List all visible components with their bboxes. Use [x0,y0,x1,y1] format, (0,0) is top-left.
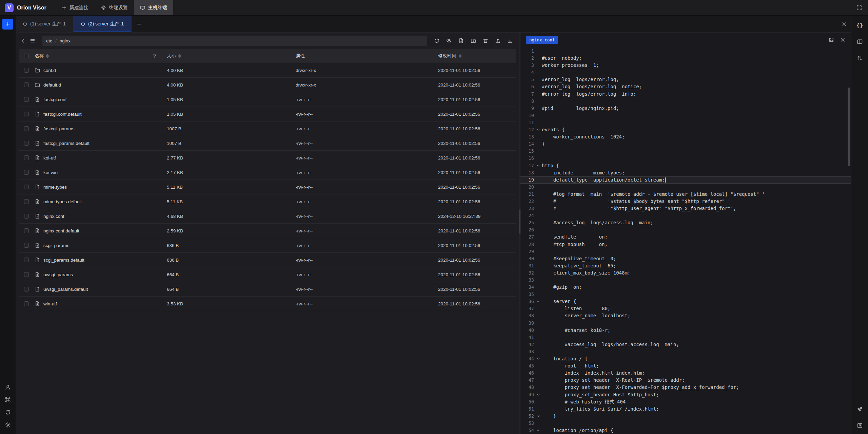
file-row[interactable]: koi-win2.17 KB-rw-r--r--2020-11-01 10:02… [19,165,516,180]
code-line[interactable]: 26 [520,226,851,233]
code-line[interactable]: 2#user nobody; [520,55,851,62]
file-row[interactable]: fastcgi.conf.default1.05 KB-rw-r--r--202… [19,107,516,121]
code-line[interactable]: 10 [520,112,851,119]
file-row[interactable]: conf.d4.00 KBdrwxr-xr-x2020-11-01 10:02:… [19,63,516,78]
user-profile-icon[interactable] [5,384,11,390]
code-line[interactable]: 38 server_name localhost; [520,312,851,319]
row-checkbox[interactable] [24,185,29,189]
file-name-cell[interactable]: fastcgi.conf.default [35,111,167,117]
code-line[interactable]: 31 keepalive_timeout 65; [520,262,851,269]
code-line[interactable]: 9#pid logs/nginx.pid; [520,105,851,112]
terminal-tab[interactable]: (1) server-生产-1 [16,16,74,32]
fold-toggle-icon[interactable] [535,126,542,133]
code-line[interactable]: 42 #access_log logs/host.access.log main… [520,341,851,348]
code-line[interactable]: 14} [520,140,851,148]
column-header-attr[interactable]: 属性 [296,53,438,59]
fold-toggle-icon[interactable] [535,391,542,398]
breadcrumb-segment[interactable]: nginx [60,38,71,43]
file-row[interactable]: scgi_params.default636 B-rw-r--r--2020-1… [19,253,516,267]
code-line[interactable]: 49 proxy_set_header Host $http_host; [520,391,851,398]
sync-icon[interactable] [5,409,11,415]
fullscreen-icon[interactable] [856,5,862,11]
close-sidebar-icon[interactable] [842,21,847,27]
row-checkbox[interactable] [24,68,29,73]
code-line[interactable]: 40 #charset koi8-r; [520,327,851,334]
row-checkbox[interactable] [24,258,29,262]
file-row[interactable]: fastcgi.conf1.05 KB-rw-r--r--2020-11-01 … [19,92,516,107]
file-name-cell[interactable]: fastcgi_params.default [35,140,167,146]
file-row[interactable]: mime.types.default5.11 KB-rw-r--r--2020-… [19,194,516,209]
file-row[interactable]: nginx.conf4.68 KB-rw-r--r--2024-12-10 16… [19,209,516,224]
list-view-button[interactable] [30,38,35,43]
editor-body[interactable]: 12#user nobody;3worker_processes 1;45#er… [520,47,851,434]
code-line[interactable]: 45 root html; [520,362,851,370]
refresh-button[interactable] [434,38,439,43]
code-line[interactable]: 20 [520,184,851,191]
json-braces-icon[interactable]: {} [856,22,863,29]
code-line[interactable]: 53 [520,420,851,427]
file-name-cell[interactable]: nginx.conf [35,213,167,219]
add-tab-button[interactable] [132,16,146,32]
code-line[interactable]: 50 # web history 模式 404 [520,398,851,405]
shortcut-keys-icon[interactable] [5,397,11,403]
code-line[interactable]: 4 [520,69,851,76]
file-name-cell[interactable]: mime.types.default [35,199,167,204]
code-line[interactable]: 44 location / { [520,355,851,362]
code-line[interactable]: 41 [520,334,851,341]
row-checkbox[interactable] [24,170,29,175]
code-line[interactable]: 32 client_max_body_size 1048m; [520,269,851,277]
code-line[interactable]: 48 proxy_set_header X-Forwarded-For $pro… [520,384,851,391]
settings-icon[interactable] [5,422,11,428]
row-checkbox[interactable] [24,243,29,248]
file-name-cell[interactable]: win-utf [35,301,167,306]
row-checkbox[interactable] [24,199,29,204]
file-row[interactable]: uwsgi_params664 B-rw-r--r--2020-11-01 10… [19,267,516,282]
code-line[interactable]: 15 [520,148,851,155]
file-name-cell[interactable]: fastcgi.conf [35,97,167,102]
menu-terminal-settings[interactable]: 终端设置 [95,0,134,15]
row-checkbox[interactable] [24,97,29,102]
file-row[interactable]: default.d4.00 KBdrwxr-xr-x2020-11-01 10:… [19,78,516,92]
file-row[interactable]: fastcgi_params1007 B-rw-r--r--2020-11-01… [19,121,516,136]
file-manager-panel-icon[interactable] [857,39,863,45]
send-command-icon[interactable] [857,406,863,412]
download-button[interactable] [507,38,513,43]
file-name-cell[interactable]: scgi_params [35,243,167,248]
terminal-tab[interactable]: (2) server-生产-1 [74,16,132,32]
code-line[interactable]: 24 [520,212,851,219]
row-checkbox[interactable] [24,228,29,233]
code-line[interactable]: 35 [520,291,851,298]
open-file-tag[interactable]: nginx.conf [526,36,558,44]
code-line[interactable]: 27 sendfile on; [520,233,851,241]
filter-icon[interactable] [153,54,157,58]
code-line[interactable]: 13 worker_connections 1024; [520,133,851,140]
row-checkbox[interactable] [24,112,29,116]
code-line[interactable]: 34 #gzip on; [520,284,851,291]
file-name-cell[interactable]: fastcgi_params [35,126,167,131]
select-all-checkbox[interactable] [24,54,29,58]
code-line[interactable]: 54 location /orion/api { [520,427,851,434]
fold-toggle-icon[interactable] [535,298,542,305]
file-name-cell[interactable]: koi-utf [35,155,167,161]
column-header-time[interactable]: 修改时间 [438,53,516,59]
code-line[interactable]: 3worker_processes 1; [520,62,851,69]
code-line[interactable]: 16 [520,155,851,162]
fold-toggle-icon[interactable] [535,162,542,169]
code-line[interactable]: 7#error_log logs/error.log info; [520,91,851,98]
code-line[interactable]: 46 index index.html index.htm; [520,370,851,377]
new-file-button[interactable] [458,38,464,43]
menu-host-terminal[interactable]: 主机终端 [134,0,173,15]
row-checkbox[interactable] [24,287,29,291]
file-row[interactable]: win-utf3.53 KB-rw-r--r--2020-11-01 10:02… [19,297,516,311]
code-line[interactable]: 18 include mime.types; [520,169,851,176]
code-line[interactable]: 39 [520,320,851,327]
fold-toggle-icon[interactable] [535,355,542,362]
code-line[interactable]: 30 #keepalive_timeout 0; [520,255,851,262]
row-checkbox[interactable] [24,301,29,306]
code-line[interactable]: 5#error_log logs/error.log; [520,76,851,83]
swap-vertical-icon[interactable] [857,55,863,61]
breadcrumb-segment[interactable]: etc [46,38,52,43]
close-editor-button[interactable] [840,37,846,42]
code-line[interactable]: 51 try_files $uri $uri/ /index.html; [520,405,851,413]
code-line[interactable]: 23 # '"$http_user_agent" "$http_x_forwar… [520,205,851,212]
